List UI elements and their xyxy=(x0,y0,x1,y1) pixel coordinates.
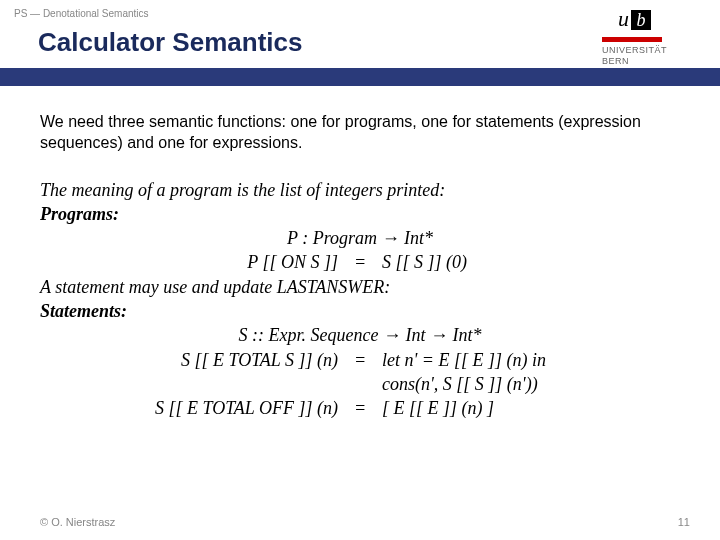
statement-signature: S :: Expr. Sequence → Int → Int* xyxy=(40,323,680,347)
eq-lhs: S [[ E TOTAL S ]] (n) xyxy=(138,348,348,397)
eq-equals: = xyxy=(348,396,372,420)
eq-rhs: [ E [[ E ]] (n) ] xyxy=(372,396,582,420)
semantics-block: The meaning of a program is the list of … xyxy=(40,178,680,421)
statement-meaning: A statement may use and update LASTANSWE… xyxy=(40,275,680,299)
eq-lhs: S [[ E TOTAL OFF ]] (n) xyxy=(138,396,348,420)
footer: © O. Nierstrasz 11 xyxy=(40,516,690,528)
eq-equals: = xyxy=(348,250,372,274)
intro-text: We need three semantic functions: one fo… xyxy=(40,112,680,154)
statements-label: Statements: xyxy=(40,299,680,323)
copyright: © O. Nierstrasz xyxy=(40,516,115,528)
divider-bar xyxy=(0,68,720,86)
page-number: 11 xyxy=(678,516,690,528)
eq-rhs: let n' = E [[ E ]] (n) in cons(n', S [[ … xyxy=(372,348,582,397)
logo-text-line2: BERN xyxy=(568,56,698,67)
logo-text-line1: UNIVERSITÄT xyxy=(568,45,698,56)
eq-rhs-line1: let n' = E [[ E ]] (n) in xyxy=(382,348,582,372)
logo-u-glyph: u xyxy=(618,6,629,32)
logo-b-glyph: b xyxy=(631,10,651,30)
programs-label: Programs: xyxy=(40,202,680,226)
eq-lhs: P [[ ON S ]] xyxy=(138,250,348,274)
program-signature: P : Program → Int* xyxy=(40,226,680,250)
content-area: We need three semantic functions: one fo… xyxy=(0,86,720,421)
eq-rhs: S [[ S ]] (0) xyxy=(372,250,582,274)
eq-equals: = xyxy=(348,348,372,397)
eq-rhs-line2: cons(n', S [[ S ]] (n')) xyxy=(382,372,582,396)
logo-red-bar xyxy=(602,37,662,42)
university-logo: u b UNIVERSITÄT BERN xyxy=(568,2,698,67)
program-equation: P [[ ON S ]] = S [[ S ]] (0) xyxy=(40,250,680,274)
program-meaning: The meaning of a program is the list of … xyxy=(40,178,680,202)
statement-eq-1: S [[ E TOTAL S ]] (n) = let n' = E [[ E … xyxy=(40,348,680,397)
statement-eq-2: S [[ E TOTAL OFF ]] (n) = [ E [[ E ]] (n… xyxy=(40,396,680,420)
